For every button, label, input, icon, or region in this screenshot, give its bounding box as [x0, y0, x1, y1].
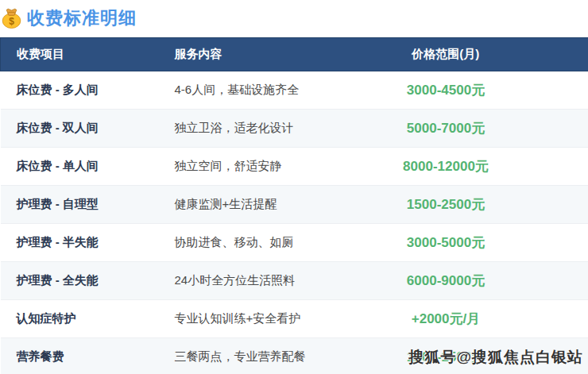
page-title: 收费标准明细 — [27, 6, 137, 30]
fee-item-cell: 床位费 - 单人间 — [1, 148, 164, 186]
fee-item-cell: 营养餐费 — [1, 338, 164, 374]
table-row: 床位费 - 双人间独立卫浴，适老化设计5000-7000元 — [1, 110, 588, 148]
fee-table-body: 床位费 - 多人间4-6人间，基础设施齐全3000-4500元床位费 - 双人间… — [1, 71, 588, 374]
service-content-cell: 协助进食、移动、如厕 — [164, 224, 366, 262]
fee-table-head: 收费项目 服务内容 价格范围(月) — [1, 38, 588, 71]
watermark: 搜狐号@搜狐焦点白银站 — [408, 347, 583, 368]
price-range-cell: 3000-5000元 — [366, 224, 588, 262]
section-header: $ 收费标准明细 — [0, 0, 588, 32]
price-range-cell: 8000-12000元 — [366, 148, 588, 186]
svg-text:$: $ — [9, 15, 14, 26]
table-row: 护理费 - 自理型健康监测+生活提醒1500-2500元 — [1, 186, 588, 224]
column-header-service: 服务内容 — [164, 38, 366, 71]
fee-detail-page: $ 收费标准明细 收费项目 服务内容 价格范围(月) 床位费 - 多人间4-6人… — [0, 0, 588, 374]
fee-item-cell: 护理费 - 全失能 — [1, 262, 164, 300]
table-row: 护理费 - 全失能24小时全方位生活照料6000-9000元 — [1, 262, 588, 300]
fee-item-cell: 护理费 - 半失能 — [1, 224, 164, 262]
table-row: 护理费 - 半失能协助进食、移动、如厕3000-5000元 — [1, 224, 588, 262]
price-range-cell: +2000元/月 — [366, 300, 588, 338]
service-content-cell: 独立卫浴，适老化设计 — [164, 110, 366, 148]
service-content-cell: 专业认知训练+安全看护 — [164, 300, 366, 338]
money-bag-icon: $ — [2, 8, 21, 29]
price-range-cell: 3000-4500元 — [366, 71, 588, 110]
column-header-fee-item: 收费项目 — [1, 38, 164, 71]
fee-item-cell: 护理费 - 自理型 — [1, 186, 164, 224]
service-content-cell: 健康监测+生活提醒 — [164, 186, 366, 224]
price-range-cell: 6000-9000元 — [366, 262, 588, 300]
table-row: 床位费 - 单人间独立空间，舒适安静8000-12000元 — [1, 148, 588, 186]
price-range-cell: 5000-7000元 — [366, 110, 588, 148]
table-row: 认知症特护专业认知训练+安全看护+2000元/月 — [1, 300, 588, 338]
fee-item-cell: 床位费 - 双人间 — [1, 110, 164, 148]
fee-table: 收费项目 服务内容 价格范围(月) 床位费 - 多人间4-6人间，基础设施齐全3… — [0, 37, 588, 374]
service-content-cell: 三餐两点，专业营养配餐 — [164, 338, 366, 374]
service-content-cell: 24小时全方位生活照料 — [164, 262, 366, 300]
price-range-cell: 1500-2500元 — [366, 186, 588, 224]
service-content-cell: 独立空间，舒适安静 — [164, 148, 366, 186]
table-row: 床位费 - 多人间4-6人间，基础设施齐全3000-4500元 — [1, 71, 588, 110]
column-header-price: 价格范围(月) — [366, 38, 588, 71]
table-header-row: 收费项目 服务内容 价格范围(月) — [1, 38, 588, 71]
service-content-cell: 4-6人间，基础设施齐全 — [164, 71, 366, 110]
fee-item-cell: 床位费 - 多人间 — [1, 71, 164, 110]
fee-item-cell: 认知症特护 — [1, 300, 164, 338]
